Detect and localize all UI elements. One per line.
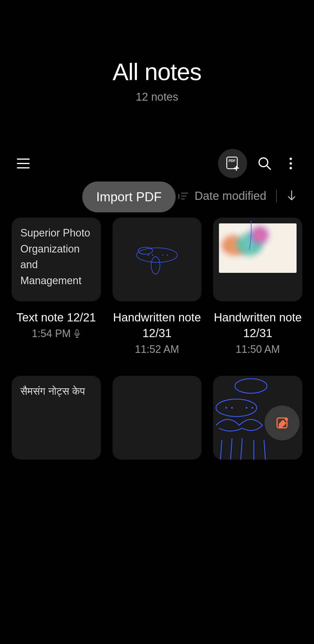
sort-divider <box>276 190 277 202</box>
svg-line-8 <box>267 166 270 169</box>
menu-button[interactable] <box>15 155 32 172</box>
voice-icon <box>74 329 81 338</box>
svg-point-11 <box>290 167 292 169</box>
note-time: 11:52 AM <box>135 343 179 355</box>
note-time: 1:54 PM <box>32 328 71 340</box>
more-options-button[interactable] <box>282 155 299 172</box>
svg-point-10 <box>290 162 292 165</box>
note-card[interactable]: सैमसंग नोट्स केप <box>12 376 101 460</box>
pdf-import-icon: PDF <box>226 156 239 171</box>
svg-point-30 <box>246 407 247 409</box>
page-title: All notes <box>0 58 314 86</box>
note-title: Text note 12/21 <box>12 309 101 325</box>
svg-point-27 <box>216 399 257 417</box>
note-preview-text: Superior Photo Organization and Manageme… <box>20 225 92 289</box>
edit-icon <box>275 416 289 430</box>
svg-point-29 <box>231 407 233 409</box>
note-title: Handwritten note 12/31 <box>213 309 302 341</box>
svg-line-34 <box>241 438 242 460</box>
svg-point-25 <box>167 255 168 256</box>
note-preview-text: सैमसंग नोट्स केप <box>20 383 92 399</box>
svg-point-26 <box>235 379 267 393</box>
svg-line-36 <box>264 440 265 460</box>
svg-point-24 <box>162 255 163 256</box>
sort-direction-button[interactable] <box>287 190 297 202</box>
import-pdf-button[interactable]: PDF <box>218 149 247 178</box>
note-thumbnail <box>113 376 202 460</box>
note-thumbnail: Superior Photo Organization and Manageme… <box>12 218 101 301</box>
note-thumbnail: सैमसंग नोट्स केप <box>12 376 101 460</box>
note-time: 11:50 AM <box>236 343 280 355</box>
svg-point-23 <box>152 255 153 256</box>
new-note-fab[interactable] <box>265 405 299 440</box>
arrow-down-icon <box>287 190 297 201</box>
more-vertical-icon <box>289 157 292 170</box>
svg-line-32 <box>220 440 222 460</box>
note-card[interactable]: Superior Photo Organization and Manageme… <box>12 218 101 355</box>
note-card[interactable] <box>113 376 202 460</box>
sort-list-icon <box>178 192 189 200</box>
import-pdf-tooltip: Import PDF <box>82 182 176 212</box>
svg-point-21 <box>151 257 160 274</box>
note-card[interactable]: Handwritten note 12/31 11:52 AM <box>113 218 202 355</box>
svg-text:PDF: PDF <box>229 159 236 163</box>
handwritten-drawing <box>131 239 183 280</box>
svg-point-31 <box>251 407 253 409</box>
search-button[interactable] <box>256 155 273 172</box>
note-thumbnail <box>113 218 202 301</box>
note-thumbnail <box>213 218 302 301</box>
note-title: Handwritten note 12/31 <box>113 309 202 341</box>
svg-rect-16 <box>76 330 78 334</box>
svg-point-19 <box>137 248 177 262</box>
hamburger-icon <box>17 158 30 169</box>
note-card[interactable]: Handwritten note 12/31 11:50 AM <box>213 218 302 355</box>
svg-point-9 <box>290 158 292 160</box>
search-icon <box>258 156 272 170</box>
svg-point-22 <box>148 255 149 256</box>
svg-point-28 <box>225 407 227 409</box>
note-count: 12 notes <box>0 91 314 103</box>
svg-line-33 <box>231 438 232 460</box>
sort-by-label[interactable]: Date modified <box>195 189 266 202</box>
svg-point-7 <box>259 158 268 167</box>
